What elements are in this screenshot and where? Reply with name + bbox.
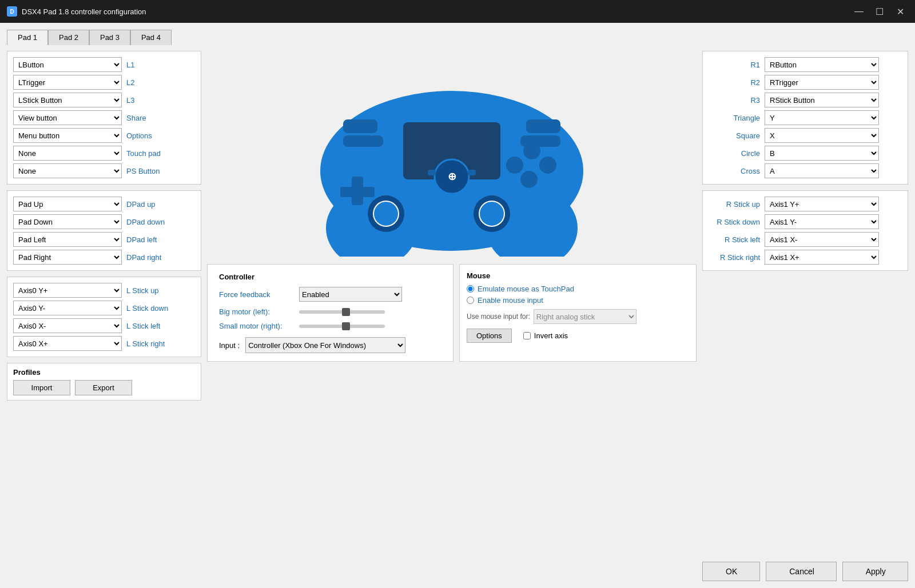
lstick-up-select[interactable]: Axis0 Y+Axis0 Y-None bbox=[13, 283, 122, 298]
lstick-right-select[interactable]: Axis0 X+Axis0 X-None bbox=[13, 336, 122, 351]
l3-select[interactable]: LStick ButtonLButtonNone bbox=[13, 93, 122, 107]
invert-axis-checkbox[interactable] bbox=[523, 332, 531, 339]
maximize-button[interactable]: ☐ bbox=[872, 3, 888, 19]
mouse-input-row: Use mouse input for: Right analog stick … bbox=[467, 309, 689, 324]
minimize-button[interactable]: — bbox=[851, 3, 867, 19]
big-motor-track bbox=[299, 310, 385, 314]
options-select[interactable]: Menu buttonView buttonNone bbox=[13, 128, 122, 143]
l1-label: L1 bbox=[126, 61, 172, 69]
r3-label: R3 bbox=[709, 96, 760, 105]
tab-pad4[interactable]: Pad 4 bbox=[130, 30, 172, 45]
svg-point-18 bbox=[479, 201, 504, 226]
title-bar: D DSX4 Pad 1.8 controller configuration … bbox=[0, 0, 915, 23]
big-motor-label: Big motor (left): bbox=[219, 307, 293, 316]
share-select[interactable]: View buttonMenu buttonNone bbox=[13, 110, 122, 125]
touchpad-select[interactable]: NoneLButton bbox=[13, 146, 122, 161]
lstick-down-label: L Stick down bbox=[126, 304, 172, 313]
main-content: LButtonLTriggerLStick ButtonNone L1 LTri… bbox=[7, 51, 908, 581]
emulate-touchpad-radio[interactable] bbox=[467, 285, 474, 293]
r2-select[interactable]: RTriggerRButtonNone bbox=[765, 75, 879, 90]
triangle-select[interactable]: YXBANone bbox=[765, 110, 879, 125]
force-feedback-select[interactable]: Enabled Disabled bbox=[299, 287, 402, 302]
r2-label: R2 bbox=[709, 78, 760, 87]
rstick-up-select[interactable]: Axis1 Y+Axis1 Y-None bbox=[765, 197, 879, 211]
lstick-left-select[interactable]: Axis0 X-Axis0 X+None bbox=[13, 318, 122, 333]
button-mappings-box: LButtonLTriggerLStick ButtonNone L1 LTri… bbox=[7, 51, 201, 185]
dpad-right-label: DPad right bbox=[126, 253, 172, 262]
rstick-left-select[interactable]: Axis1 X-Axis1 X+None bbox=[765, 232, 879, 247]
controller-section-title: Controller bbox=[219, 273, 441, 281]
mapping-r3: R3 RStick ButtonNone bbox=[709, 93, 902, 107]
input-select[interactable]: Controller (Xbox One For Windows) None bbox=[245, 337, 405, 353]
right-button-mappings-box: R1 RButtonRTriggerNone R2 RTriggerRButto… bbox=[702, 51, 908, 185]
mapping-dpad-up: Pad UpPad DownNone DPad up bbox=[13, 197, 195, 211]
r1-select[interactable]: RButtonRTriggerNone bbox=[765, 57, 879, 72]
mapping-lstick-up: Axis0 Y+Axis0 Y-None L Stick up bbox=[13, 283, 195, 298]
dpad-up-select[interactable]: Pad UpPad DownNone bbox=[13, 197, 122, 211]
mapping-dpad-left: Pad LeftPad RightNone DPad left bbox=[13, 232, 195, 247]
input-row: Input : Controller (Xbox One For Windows… bbox=[219, 337, 441, 353]
controller-svg: ⊕ bbox=[297, 51, 606, 257]
rstick-right-label: R Stick right bbox=[709, 253, 760, 262]
invert-row: Invert axis bbox=[523, 331, 568, 340]
mapping-share: View buttonMenu buttonNone Share bbox=[13, 110, 195, 125]
ps-select[interactable]: NoneLButton bbox=[13, 163, 122, 178]
spacer bbox=[702, 277, 908, 551]
dpad-right-select[interactable]: Pad RightPad LeftNone bbox=[13, 250, 122, 265]
svg-rect-11 bbox=[343, 135, 383, 147]
r3-select[interactable]: RStick ButtonNone bbox=[765, 93, 879, 107]
window-controls: — ☐ ✕ bbox=[851, 3, 908, 19]
cross-select[interactable]: ABXYNone bbox=[765, 163, 879, 178]
dpad-down-select[interactable]: Pad DownPad UpNone bbox=[13, 214, 122, 229]
enable-mouse-radio[interactable] bbox=[467, 297, 474, 304]
close-button[interactable]: ✕ bbox=[892, 3, 908, 19]
profiles-title: Profiles bbox=[13, 368, 195, 377]
triangle-label: Triangle bbox=[709, 114, 760, 122]
l1-select[interactable]: LButtonLTriggerLStick ButtonNone bbox=[13, 57, 122, 72]
big-motor-thumb[interactable] bbox=[342, 308, 350, 316]
invert-axis-label[interactable]: Invert axis bbox=[534, 331, 568, 340]
mapping-cross: Cross ABXYNone bbox=[709, 163, 902, 178]
mapping-dpad-down: Pad DownPad UpNone DPad down bbox=[13, 214, 195, 229]
controller-image: ⊕ bbox=[297, 51, 606, 258]
svg-point-9 bbox=[520, 171, 538, 188]
rstick-right-select[interactable]: Axis1 X+Axis1 X-None bbox=[765, 250, 879, 265]
mouse-options-button[interactable]: Options bbox=[467, 329, 512, 343]
enable-mouse-label[interactable]: Enable mouse input bbox=[478, 296, 543, 305]
left-panel: LButtonLTriggerLStick ButtonNone L1 LTri… bbox=[7, 51, 201, 581]
svg-rect-21 bbox=[428, 170, 436, 175]
ok-button[interactable]: OK bbox=[702, 562, 760, 581]
touchpad-label: Touch pad bbox=[126, 149, 172, 158]
small-motor-track bbox=[299, 325, 385, 328]
mapping-rstick-right: R Stick right Axis1 X+Axis1 X-None bbox=[709, 250, 902, 265]
square-label: Square bbox=[709, 131, 760, 140]
mapping-l1: LButtonLTriggerLStick ButtonNone L1 bbox=[13, 57, 195, 72]
big-motor-row: Big motor (left): bbox=[219, 307, 441, 316]
emulate-touchpad-label[interactable]: Emulate mouse as TouchPad bbox=[478, 285, 574, 293]
profiles-box: Profiles Import Export bbox=[7, 363, 201, 401]
svg-rect-6 bbox=[340, 187, 375, 197]
square-select[interactable]: XYBANone bbox=[765, 128, 879, 143]
export-button[interactable]: Export bbox=[75, 380, 132, 395]
window-title: DSX4 Pad 1.8 controller configuration bbox=[22, 7, 851, 16]
rstick-left-label: R Stick left bbox=[709, 235, 760, 244]
circle-select[interactable]: BAXYNone bbox=[765, 146, 879, 161]
rstick-down-select[interactable]: Axis1 Y-Axis1 Y+None bbox=[765, 214, 879, 229]
mapping-l3: LStick ButtonLButtonNone L3 bbox=[13, 93, 195, 107]
apply-button[interactable]: Apply bbox=[842, 562, 908, 581]
dpad-up-label: DPad up bbox=[126, 200, 172, 209]
mapping-r1: R1 RButtonRTriggerNone bbox=[709, 57, 902, 72]
mouse-options-row: Options Invert axis bbox=[467, 329, 689, 343]
dpad-left-select[interactable]: Pad LeftPad RightNone bbox=[13, 232, 122, 247]
bottom-action-row: OK Cancel Apply bbox=[702, 562, 908, 581]
import-button[interactable]: Import bbox=[13, 380, 70, 395]
cancel-button[interactable]: Cancel bbox=[766, 562, 836, 581]
tab-pad3[interactable]: Pad 3 bbox=[89, 30, 130, 45]
mapping-square: Square XYBANone bbox=[709, 128, 902, 143]
lstick-down-select[interactable]: Axis0 Y-Axis0 Y+None bbox=[13, 301, 122, 315]
l2-select[interactable]: LTriggerLButtonNone bbox=[13, 75, 122, 90]
mapping-lstick-left: Axis0 X-Axis0 X+None L Stick left bbox=[13, 318, 195, 333]
tab-pad2[interactable]: Pad 2 bbox=[48, 30, 89, 45]
tab-pad1[interactable]: Pad 1 bbox=[7, 30, 48, 45]
small-motor-thumb[interactable] bbox=[342, 322, 350, 330]
